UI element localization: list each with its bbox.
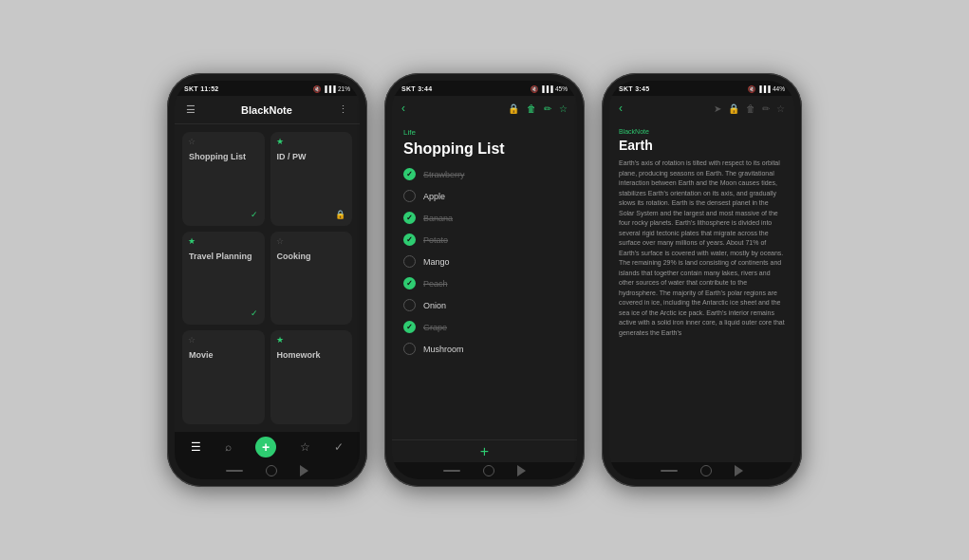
battery-2: 45% (555, 85, 568, 92)
status-bar-2: SKT 3:44 🔇 ▐▐▐ 45% (392, 81, 577, 96)
list-item-grape[interactable]: Grape (392, 316, 577, 338)
note-title-cooking: Cooking (277, 252, 346, 261)
item-text-mango: Mango (423, 257, 450, 267)
note-card-travel[interactable]: ★ Travel Planning ✓ (182, 232, 265, 326)
nav-bar-2 (392, 462, 577, 479)
nav-home-3[interactable] (700, 465, 712, 476)
item-text-onion: Onion (423, 301, 446, 310)
delete-action-3[interactable]: 🗑 (746, 103, 755, 114)
list-content-2: Life Shopping List Strawberry Apple Bana… (392, 121, 577, 439)
list-actions-2: 🔒 🗑 ✏ ☆ (508, 103, 568, 114)
nav-recent-1 (226, 470, 243, 472)
carrier-2: SKT 3:44 (401, 85, 432, 92)
lock-action-3[interactable]: 🔒 (728, 103, 739, 114)
check-apple (403, 190, 416, 202)
note-card-shopping[interactable]: ☆ Shopping List ✓ (182, 132, 265, 226)
signal-3: 🔇 ▐▐▐ 44% (748, 85, 785, 93)
edit-action-2[interactable]: ✏ (544, 103, 551, 114)
item-text-apple: Apple (423, 192, 445, 201)
add-item-btn-2[interactable]: + (480, 443, 489, 460)
item-text-grape: Grape (423, 323, 447, 332)
nav-back-1[interactable] (300, 465, 308, 476)
star-movie: ☆ (188, 335, 196, 345)
list-item-mushroom[interactable]: Mushroom (392, 338, 577, 360)
nav-recent-3 (661, 470, 678, 472)
item-text-strawberry: Strawberry (423, 170, 465, 179)
list-category-2: Life (392, 124, 577, 139)
note-app-label-3: BlackNote (619, 128, 785, 135)
note-note-title-3: Earth (619, 138, 785, 153)
list-item-strawberry[interactable]: Strawberry (392, 163, 577, 185)
list-item-onion[interactable]: Onion (392, 294, 577, 316)
note-title-travel: Travel Planning (189, 252, 258, 261)
signal-bars-2: ▐▐▐ (540, 85, 553, 92)
check-banana (403, 212, 416, 224)
toolbar-check-1[interactable]: ✓ (334, 440, 344, 454)
edit-action-3[interactable]: ✏ (762, 103, 770, 114)
battery-1: 21% (338, 85, 350, 92)
nav-home-2[interactable] (483, 465, 494, 476)
nav-home-1[interactable] (266, 465, 277, 476)
check-mushroom (403, 343, 416, 355)
list-item-peach[interactable]: Peach (392, 272, 577, 294)
toolbar-star-1[interactable]: ☆ (300, 440, 310, 454)
mute-icon-2: 🔇 (531, 85, 538, 93)
check-potato (403, 233, 416, 246)
more-icon-1[interactable]: ⋮ (336, 102, 350, 118)
mute-icon-1: 🔇 (313, 85, 321, 93)
star-action-3[interactable]: ☆ (776, 103, 785, 114)
check-shopping: ✓ (251, 210, 258, 219)
lock-action-2[interactable]: 🔒 (508, 103, 519, 114)
signal-2: 🔇 ▐▐▐ 45% (531, 85, 568, 93)
list-item-potato[interactable]: Potato (392, 229, 577, 251)
delete-action-2[interactable]: 🗑 (527, 103, 536, 114)
list-item-mango[interactable]: Mango (392, 251, 577, 272)
fab-add-1[interactable]: + (255, 437, 276, 457)
app-header-1: ☰ BlackNote ⋮ (175, 96, 360, 124)
toolbar-menu-1[interactable]: ☰ (191, 440, 201, 454)
check-mango (403, 255, 416, 268)
toolbar-search-1[interactable]: ⌕ (225, 440, 232, 454)
star-homework: ★ (276, 335, 284, 345)
nav-back-2[interactable] (517, 465, 526, 476)
nav-back-3[interactable] (735, 465, 743, 476)
star-travel: ★ (188, 236, 196, 246)
item-text-banana: Banana (423, 214, 453, 223)
item-text-mushroom: Mushroom (423, 345, 464, 354)
note-body-3: Earth's axis of rotation is tilted with … (619, 159, 785, 338)
note-card-cooking[interactable]: ☆ Cooking (270, 232, 353, 326)
phone-notes-list: SKT 11:52 🔇 ▐▐▐ 21% ☰ BlackNote ⋮ (167, 73, 367, 487)
note-title-homework: Homework (277, 350, 346, 360)
star-idpw: ★ (276, 137, 284, 146)
signal-1: 🔇 ▐▐▐ 21% (313, 85, 350, 93)
note-card-idpw[interactable]: ★ ID / PW 🔒 (270, 132, 353, 226)
back-btn-2[interactable]: ‹ (401, 102, 405, 115)
carrier-3: SKT 3:45 (619, 85, 649, 92)
menu-icon-1[interactable]: ☰ (184, 102, 197, 118)
star-action-2[interactable]: ☆ (559, 103, 568, 114)
note-title-shopping: Shopping List (189, 152, 258, 161)
notes-grid: ☆ Shopping List ✓ ★ ID / PW 🔒 ★ Travel P… (175, 124, 360, 432)
note-card-movie[interactable]: ☆ Movie (182, 330, 265, 424)
phone-earth-note: SKT 3:45 🔇 ▐▐▐ 44% ‹ ➤ 🔒 🗑 ✏ ☆ (602, 73, 802, 487)
note-card-homework[interactable]: ★ Homework (270, 330, 353, 424)
list-item-apple[interactable]: Apple (392, 185, 577, 207)
mute-icon-3: 🔇 (748, 85, 755, 93)
note-title-idpw: ID / PW (277, 152, 346, 161)
nav-bar-3 (609, 462, 794, 479)
signal-bars-1: ▐▐▐ (323, 85, 336, 92)
battery-3: 44% (773, 85, 785, 92)
nav-bar-1 (175, 462, 360, 479)
item-text-potato: Potato (423, 235, 448, 245)
list-header-2: ‹ 🔒 🗑 ✏ ☆ (392, 96, 577, 121)
back-btn-3[interactable]: ‹ (619, 102, 623, 115)
check-travel: ✓ (251, 308, 258, 318)
lock-idpw: 🔒 (335, 210, 345, 219)
star-cooking: ☆ (276, 236, 284, 246)
phones-container: SKT 11:52 🔇 ▐▐▐ 21% ☰ BlackNote ⋮ (167, 73, 802, 487)
share-action-3[interactable]: ➤ (714, 103, 721, 114)
app-title-1: BlackNote (197, 104, 336, 116)
phone-shopping-list: SKT 3:44 🔇 ▐▐▐ 45% ‹ 🔒 🗑 ✏ ☆ (384, 73, 585, 487)
list-item-banana[interactable]: Banana (392, 207, 577, 229)
note-header-3: ‹ ➤ 🔒 🗑 ✏ ☆ (609, 96, 794, 121)
